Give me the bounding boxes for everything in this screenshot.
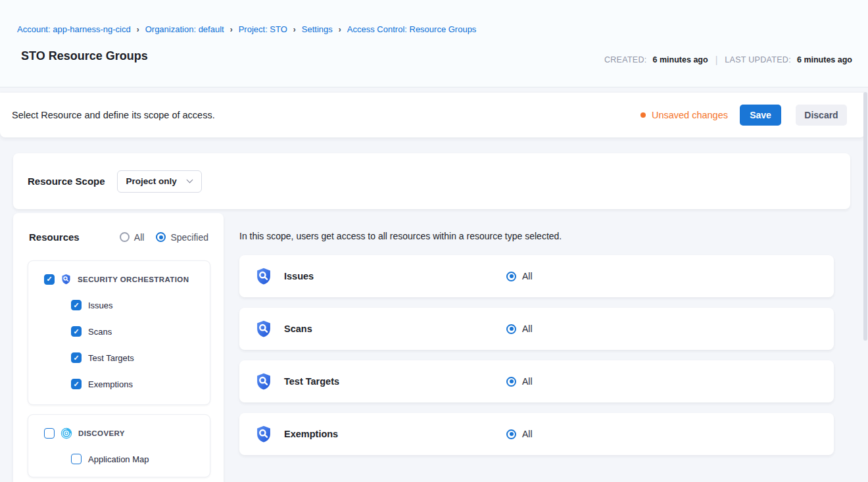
chevron-right-icon: ›	[293, 24, 296, 34]
resource-row-label: Scans	[284, 324, 312, 334]
resource-scope-selected-value: Project only	[126, 176, 177, 186]
checkbox-test-targets[interactable]	[71, 352, 82, 363]
access-radio-label: All	[522, 324, 533, 334]
checkbox-application-map[interactable]	[71, 454, 82, 464]
breadcrumb-account[interactable]: Account: app-harness-ng-cicd	[17, 24, 131, 34]
breadcrumb-access-control[interactable]: Access Control: Resource Groups	[347, 24, 477, 34]
checkbox-security-orchestration[interactable]	[44, 274, 55, 285]
breadcrumb-organization[interactable]: Organization: default	[145, 24, 224, 34]
resource-scope-select[interactable]: Project only	[117, 170, 202, 193]
tree-item-test-targets[interactable]: Test Targets	[71, 352, 134, 363]
security-orchestration-group-card: SECURITY ORCHESTRATION Issues Scans Test…	[28, 260, 210, 405]
radio-specified[interactable]: Specified	[156, 232, 208, 243]
checkbox-discovery[interactable]	[44, 428, 55, 439]
save-button[interactable]: Save	[740, 105, 781, 126]
resource-row-label: Issues	[284, 271, 314, 281]
group-row-discovery[interactable]: DISCOVERY	[44, 427, 125, 439]
resources-mode-radio-group: All Specified	[120, 232, 208, 243]
radio-specified-label: Specified	[170, 232, 208, 243]
access-radio-all[interactable]: All	[506, 429, 533, 439]
unsaved-dot-icon	[640, 112, 646, 118]
unsaved-changes-label: Unsaved changes	[652, 110, 728, 120]
radio-selected-icon[interactable]	[506, 272, 516, 281]
tree-item-scans[interactable]: Scans	[71, 326, 112, 337]
sto-shield-icon	[254, 425, 273, 443]
vertical-scrollbar-thumb[interactable]	[863, 92, 867, 341]
scope-info-text: In this scope, users get access to all r…	[239, 231, 562, 241]
sto-shield-icon	[60, 274, 72, 285]
radio-all-circle-icon[interactable]	[120, 232, 130, 242]
tree-item-label: Test Targets	[88, 353, 134, 363]
meta-divider: |	[714, 55, 719, 65]
resource-row-scans: Scans All	[239, 308, 834, 350]
discovery-icon	[60, 427, 72, 439]
checkbox-issues[interactable]	[71, 300, 82, 310]
unsaved-changes-indicator: Unsaved changes	[640, 110, 728, 120]
resources-panel-title: Resources	[29, 231, 80, 243]
radio-all-label: All	[134, 232, 145, 243]
radio-selected-icon[interactable]	[506, 429, 516, 439]
created-value: 6 minutes ago	[653, 55, 708, 64]
last-updated-label: LAST UPDATED:	[725, 55, 791, 64]
resource-rows-list: Issues All Scans All Test Targets All Ex…	[239, 255, 834, 466]
chevron-right-icon: ›	[339, 24, 341, 34]
resource-row-issues: Issues All	[239, 255, 834, 297]
discard-button[interactable]: Discard	[796, 105, 847, 126]
breadcrumb: Account: app-harness-ng-cicd › Organizat…	[17, 24, 476, 34]
sto-shield-icon	[254, 320, 273, 338]
resource-scope-label: Resource Scope	[28, 176, 105, 187]
group-label: DISCOVERY	[78, 429, 125, 437]
tree-item-exemptions[interactable]: Exemptions	[71, 379, 133, 389]
group-label: SECURITY ORCHESTRATION	[78, 276, 189, 283]
created-label: CREATED:	[604, 55, 647, 64]
resource-row-label: Test Targets	[284, 376, 339, 387]
chevron-right-icon: ›	[137, 24, 139, 34]
last-updated-value: 6 minutes ago	[797, 55, 852, 64]
radio-all[interactable]: All	[120, 232, 145, 243]
action-toolbar: Select Resource and define its scope of …	[0, 93, 865, 137]
tree-item-label: Exemptions	[88, 379, 133, 389]
breadcrumb-settings[interactable]: Settings	[302, 24, 333, 34]
access-radio-label: All	[522, 376, 533, 387]
breadcrumb-project[interactable]: Project: STO	[239, 24, 287, 34]
group-row-security-orchestration[interactable]: SECURITY ORCHESTRATION	[44, 274, 189, 285]
tree-item-label: Scans	[88, 327, 112, 337]
header-meta: CREATED: 6 minutes ago | LAST UPDATED: 6…	[604, 55, 852, 65]
access-radio-all[interactable]: All	[506, 324, 533, 334]
radio-selected-icon[interactable]	[506, 377, 516, 387]
resource-row-exemptions: Exemptions All	[239, 413, 834, 455]
checkbox-scans[interactable]	[71, 326, 82, 337]
chevron-right-icon: ›	[230, 24, 233, 34]
checkbox-exemptions[interactable]	[71, 379, 82, 389]
resource-row-test-targets: Test Targets All	[239, 360, 834, 402]
radio-selected-icon[interactable]	[506, 324, 516, 334]
page-header: Account: app-harness-ng-cicd › Organizat…	[0, 0, 868, 87]
radio-specified-circle-icon[interactable]	[156, 232, 166, 242]
discovery-group-card: DISCOVERY Application Map	[28, 414, 210, 477]
access-radio-all[interactable]: All	[506, 376, 533, 387]
tree-item-issues[interactable]: Issues	[71, 300, 113, 310]
page-title: STO Resource Groups	[21, 49, 148, 63]
resources-panel: Resources All Specified SECURITY ORCHEST…	[13, 213, 224, 482]
access-radio-all[interactable]: All	[506, 271, 533, 281]
resource-row-label: Exemptions	[284, 429, 338, 439]
tree-item-label: Issues	[88, 301, 113, 310]
chevron-down-icon	[186, 177, 193, 183]
sto-shield-icon	[254, 372, 273, 391]
tree-item-application-map[interactable]: Application Map	[71, 454, 149, 464]
resource-scope-card: Resource Scope Project only	[13, 153, 850, 209]
sto-shield-icon	[254, 267, 273, 285]
toolbar-description: Select Resource and define its scope of …	[12, 110, 215, 120]
access-radio-label: All	[522, 271, 533, 281]
tree-item-label: Application Map	[88, 454, 149, 464]
access-radio-label: All	[522, 429, 533, 439]
